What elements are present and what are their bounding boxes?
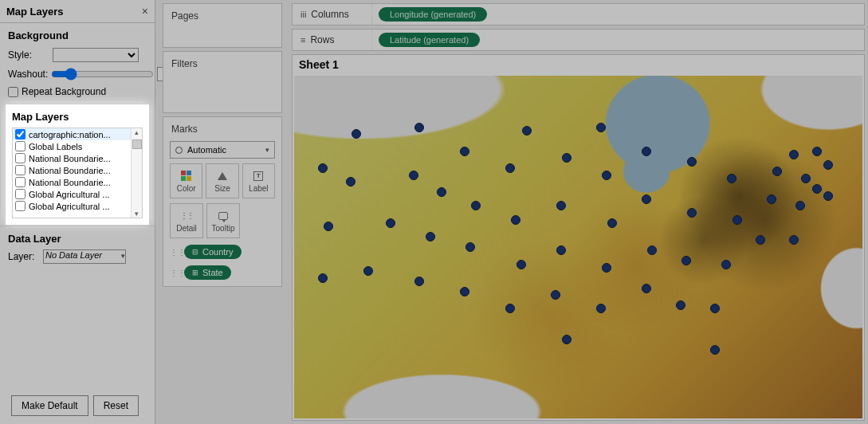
data-point[interactable] bbox=[505, 304, 515, 313]
data-point[interactable] bbox=[732, 215, 742, 225]
scroll-up-icon[interactable]: ▴ bbox=[135, 128, 139, 136]
dimension-pill[interactable]: ⊟Country bbox=[184, 245, 242, 259]
color-button[interactable]: Color bbox=[170, 163, 202, 198]
data-point[interactable] bbox=[551, 290, 560, 300]
scroll-thumb[interactable] bbox=[132, 139, 142, 149]
label-button[interactable]: TLabel bbox=[242, 163, 275, 198]
data-point[interactable] bbox=[465, 242, 475, 252]
reset-button[interactable]: Reset bbox=[93, 395, 139, 416]
map-layer-checkbox[interactable] bbox=[15, 153, 26, 163]
data-point[interactable] bbox=[772, 167, 782, 176]
scroll-down-icon[interactable]: ▾ bbox=[135, 210, 139, 218]
data-point[interactable] bbox=[460, 147, 469, 156]
data-point[interactable] bbox=[710, 304, 720, 313]
mark-type-select[interactable]: Automatic ▾ bbox=[170, 141, 275, 159]
data-point[interactable] bbox=[386, 218, 395, 228]
make-default-button[interactable]: Make Default bbox=[11, 395, 88, 416]
data-point[interactable] bbox=[511, 215, 520, 225]
data-point[interactable] bbox=[823, 191, 833, 201]
data-point[interactable] bbox=[596, 123, 606, 132]
map-layer-item[interactable]: Global Labels bbox=[13, 140, 131, 152]
map-layer-item[interactable]: Global Agricultural ... bbox=[13, 188, 131, 200]
data-point[interactable] bbox=[437, 187, 446, 197]
data-point[interactable] bbox=[789, 235, 799, 245]
data-point[interactable] bbox=[710, 345, 720, 355]
data-point[interactable] bbox=[767, 194, 776, 204]
dimension-pill[interactable]: ⊞State bbox=[184, 265, 231, 280]
data-point[interactable] bbox=[505, 163, 515, 173]
data-point[interactable] bbox=[607, 218, 617, 228]
data-point[interactable] bbox=[687, 208, 697, 218]
data-point[interactable] bbox=[516, 260, 526, 269]
data-point[interactable] bbox=[471, 201, 481, 210]
data-point[interactable] bbox=[363, 266, 373, 276]
data-point[interactable] bbox=[642, 194, 651, 204]
data-point[interactable] bbox=[812, 147, 822, 156]
style-select[interactable] bbox=[53, 48, 139, 62]
scrollbar[interactable]: ▴ ▾ bbox=[131, 128, 142, 218]
size-button[interactable]: Size bbox=[206, 163, 238, 198]
layer-select[interactable]: No Data Layer ▾ bbox=[43, 249, 126, 264]
data-layer-section: Data Layer Layer: No Data Layer ▾ bbox=[0, 226, 155, 275]
data-point[interactable] bbox=[562, 153, 571, 163]
data-point[interactable] bbox=[556, 201, 566, 210]
tooltip-icon bbox=[218, 212, 228, 220]
filters-label: Filters bbox=[163, 52, 281, 77]
data-point[interactable] bbox=[596, 304, 606, 313]
data-point[interactable] bbox=[676, 300, 685, 310]
data-point[interactable] bbox=[414, 123, 424, 132]
rows-pill[interactable]: Latitude (generated) bbox=[379, 33, 480, 47]
data-point[interactable] bbox=[721, 260, 731, 269]
data-point[interactable] bbox=[687, 157, 697, 167]
data-point[interactable] bbox=[324, 222, 333, 231]
map-layer-item[interactable]: cartographic:nation... bbox=[13, 128, 131, 140]
repeat-bg-checkbox[interactable] bbox=[8, 87, 18, 97]
map-canvas[interactable] bbox=[294, 76, 862, 418]
map-layer-item[interactable]: National Boundarie... bbox=[13, 176, 131, 188]
data-point[interactable] bbox=[756, 235, 765, 245]
pill-label: State bbox=[202, 268, 223, 277]
data-point[interactable] bbox=[346, 177, 355, 186]
data-point[interactable] bbox=[318, 273, 328, 283]
data-point[interactable] bbox=[602, 263, 611, 273]
map-layer-checkbox[interactable] bbox=[15, 189, 26, 199]
data-point[interactable] bbox=[647, 245, 657, 255]
data-point[interactable] bbox=[642, 284, 651, 293]
data-point[interactable] bbox=[823, 160, 833, 170]
data-point[interactable] bbox=[414, 277, 424, 286]
data-point[interactable] bbox=[642, 147, 651, 156]
columns-shelf[interactable]: iiiColumns Longitude (generated) bbox=[292, 3, 865, 26]
data-point[interactable] bbox=[727, 174, 736, 183]
washout-slider[interactable] bbox=[51, 68, 154, 80]
data-point[interactable] bbox=[801, 174, 811, 183]
data-point[interactable] bbox=[460, 287, 469, 296]
data-point[interactable] bbox=[795, 201, 805, 210]
tooltip-button[interactable]: Tooltip bbox=[206, 203, 240, 238]
data-point[interactable] bbox=[426, 232, 435, 241]
map-layer-item[interactable]: Global Agricultural ... bbox=[13, 200, 131, 212]
data-point[interactable] bbox=[562, 335, 571, 344]
data-point[interactable] bbox=[409, 171, 418, 180]
map-layers-list[interactable]: cartographic:nation...Global LabelsNatio… bbox=[12, 128, 143, 218]
map-layer-checkbox[interactable] bbox=[15, 177, 26, 187]
data-point[interactable] bbox=[318, 163, 328, 173]
data-point[interactable] bbox=[352, 129, 361, 139]
map-layer-checkbox[interactable] bbox=[15, 141, 26, 151]
close-icon[interactable]: × bbox=[142, 5, 148, 18]
data-point[interactable] bbox=[789, 150, 799, 159]
rows-shelf[interactable]: ≡Rows Latitude (generated) bbox=[292, 29, 865, 51]
columns-pill[interactable]: Longitude (generated) bbox=[379, 7, 487, 22]
data-point[interactable] bbox=[522, 126, 532, 135]
pages-card[interactable]: Pages bbox=[163, 3, 282, 48]
data-point[interactable] bbox=[812, 184, 822, 194]
map-layer-checkbox[interactable] bbox=[15, 201, 26, 211]
data-point[interactable] bbox=[556, 245, 566, 255]
map-layer-checkbox[interactable] bbox=[15, 129, 26, 139]
map-layer-checkbox[interactable] bbox=[15, 165, 26, 175]
data-point[interactable] bbox=[602, 171, 611, 180]
map-layer-item[interactable]: National Boundarie... bbox=[13, 164, 131, 176]
detail-button[interactable]: Detail bbox=[170, 203, 203, 238]
data-point[interactable] bbox=[681, 256, 691, 265]
filters-card[interactable]: Filters bbox=[163, 51, 282, 113]
map-layer-item[interactable]: National Boundarie... bbox=[13, 152, 131, 164]
